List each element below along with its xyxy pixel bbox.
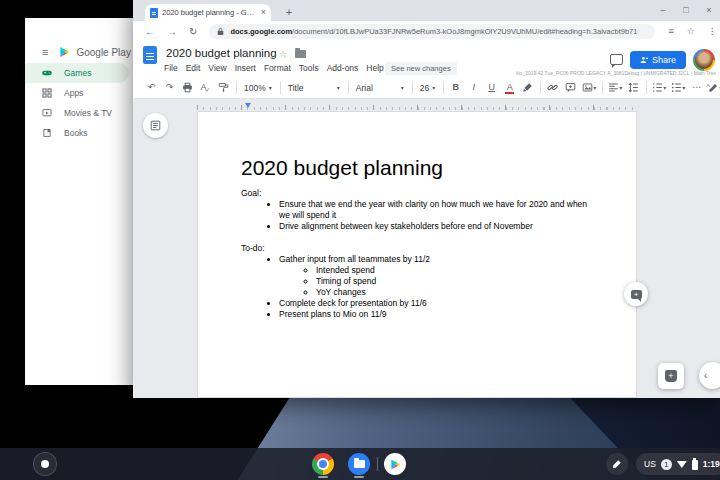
- side-panel-toggle[interactable]: ‹: [699, 362, 720, 389]
- menu-view[interactable]: View: [208, 63, 226, 73]
- document-page[interactable]: 2020 budget planning Goal: Ensure that w…: [197, 111, 637, 398]
- undo-icon[interactable]: ↶: [145, 80, 158, 96]
- folder-icon: [354, 460, 365, 468]
- google-play-window[interactable]: ≡ Google Play Games: [25, 18, 133, 385]
- add-comment-icon[interactable]: [564, 80, 577, 96]
- ruler[interactable]: [197, 103, 637, 110]
- document-title[interactable]: 2020 budget planning: [166, 47, 277, 59]
- share-button[interactable]: Share: [630, 51, 686, 69]
- menu-addons[interactable]: Add-ons: [327, 63, 359, 73]
- browser-menu-kebab-icon[interactable]: ⋮: [708, 27, 717, 36]
- star-document-icon[interactable]: ☆: [279, 49, 287, 59]
- comment-plus-icon: [631, 290, 642, 299]
- stylus-tools-button[interactable]: [606, 453, 628, 475]
- status-tray[interactable]: US 1 1:19: [636, 453, 720, 475]
- insert-link-icon[interactable]: [546, 80, 559, 96]
- menu-edit[interactable]: Edit: [186, 63, 201, 73]
- menu-file[interactable]: File: [164, 63, 178, 73]
- italic-icon[interactable]: I: [467, 80, 480, 96]
- maximize-button[interactable]: □: [681, 6, 691, 15]
- see-new-changes-button[interactable]: See new changes: [385, 62, 457, 75]
- paragraph-style-select[interactable]: Title▾: [286, 80, 342, 96]
- align-icon[interactable]: ▾: [608, 80, 622, 96]
- forward-icon[interactable]: →: [167, 27, 177, 37]
- stylus-pen-icon: [612, 459, 622, 469]
- docs-menubar: File Edit View Insert Format Tools Add-o…: [164, 63, 384, 73]
- google-play-header: ≡ Google Play: [25, 42, 133, 62]
- spellcheck-icon[interactable]: A✓: [199, 80, 212, 96]
- tab-close-icon[interactable]: ×: [261, 8, 266, 17]
- close-button[interactable]: ×: [704, 6, 714, 15]
- font-select[interactable]: Arial▾: [354, 80, 406, 96]
- books-icon: [42, 128, 52, 138]
- hamburger-menu-icon[interactable]: ≡: [42, 47, 48, 58]
- paint-format-icon[interactable]: [217, 80, 230, 96]
- redo-icon[interactable]: ↷: [163, 80, 176, 96]
- numbered-list-icon[interactable]: ▾: [652, 80, 666, 96]
- docs-favicon-icon: [150, 8, 158, 18]
- reading-list-icon[interactable]: ≡: [668, 27, 673, 36]
- sidebar-item-games[interactable]: Games: [25, 63, 129, 83]
- minimize-button[interactable]: –: [658, 6, 668, 15]
- text-color-icon[interactable]: A: [503, 80, 516, 96]
- collapse-toolbar-icon[interactable]: ^: [706, 82, 710, 91]
- docs-app-icon[interactable]: [143, 46, 157, 64]
- launcher-button[interactable]: [33, 452, 57, 476]
- zoom-select[interactable]: 100%▾: [242, 80, 274, 96]
- document-outline-button[interactable]: [143, 113, 168, 138]
- editing-mode-icon[interactable]: ▾: [708, 80, 720, 96]
- todo-sub-bullet[interactable]: YoY changes: [316, 287, 590, 298]
- move-folder-icon[interactable]: [295, 50, 306, 58]
- more-options-icon[interactable]: ⋯: [690, 80, 703, 96]
- doc-heading[interactable]: 2020 budget planning: [241, 154, 590, 182]
- url-host: docs.google.com: [230, 27, 292, 36]
- explore-button[interactable]: [658, 363, 684, 389]
- play-store-shelf-icon[interactable]: [384, 453, 406, 475]
- todo-label[interactable]: To-do:: [241, 243, 590, 254]
- google-play-logo-icon: [59, 46, 70, 58]
- menu-format[interactable]: Format: [264, 63, 291, 73]
- menu-help[interactable]: Help: [366, 63, 383, 73]
- print-icon[interactable]: [181, 80, 194, 96]
- account-avatar[interactable]: [693, 49, 715, 71]
- files-shelf-icon[interactable]: [348, 453, 370, 475]
- chevron-down-icon: ▾: [432, 84, 435, 91]
- browser-tab[interactable]: 2020 budget planning - Google D ×: [145, 4, 271, 21]
- bookmark-star-icon[interactable]: ☆: [687, 27, 695, 36]
- indent-marker-icon[interactable]: [245, 103, 252, 110]
- chevron-down-icon: ▾: [593, 85, 596, 91]
- tab-title: 2020 budget planning - Google D: [162, 8, 257, 17]
- goal-bullet[interactable]: Drive alignment between key stakeholders…: [279, 221, 590, 232]
- todo-bullet[interactable]: Gather input from all teammates by 11/2 …: [279, 254, 590, 298]
- sidebar-item-movies-tv[interactable]: Movies & TV: [25, 103, 133, 123]
- goal-label[interactable]: Goal:: [241, 188, 590, 199]
- bold-icon[interactable]: B: [449, 80, 462, 96]
- docs-toolbar: ↶ ↷ A✓ 100%▾ Title▾: [133, 77, 720, 99]
- font-size-select[interactable]: 26▾: [418, 80, 437, 96]
- insert-image-icon[interactable]: ▾: [582, 80, 596, 96]
- highlight-icon[interactable]: [521, 80, 534, 96]
- sidebar-item-books[interactable]: Books: [25, 123, 133, 143]
- running-indicator: [354, 476, 364, 478]
- address-bar[interactable]: docs.google.com/document/d/10fLBJwPUa33F…: [209, 24, 655, 39]
- chevron-down-icon: ▾: [682, 85, 685, 91]
- goal-bullet[interactable]: Ensure that we end the year with clarity…: [279, 199, 590, 221]
- line-spacing-icon[interactable]: [627, 80, 640, 96]
- chrome-shelf-icon[interactable]: [312, 453, 334, 475]
- open-comments-icon[interactable]: [610, 54, 623, 65]
- underline-icon[interactable]: U: [485, 80, 498, 96]
- bulleted-list-icon[interactable]: ▾: [671, 80, 685, 96]
- back-icon[interactable]: ←: [145, 27, 155, 37]
- todo-bullet[interactable]: Complete deck for presentation by 11/6: [279, 298, 590, 309]
- shelf-separator: [377, 457, 378, 471]
- build-info-text: kix_2019.42 Tue_RC06 PROD LEGACY A_3081D…: [496, 70, 716, 76]
- new-tab-button[interactable]: +: [281, 4, 297, 20]
- todo-bullet[interactable]: Present plans to Mio on 11/9: [279, 309, 590, 320]
- menu-insert[interactable]: Insert: [235, 63, 256, 73]
- todo-sub-bullet[interactable]: Intended spend: [316, 265, 590, 276]
- sidebar-item-apps[interactable]: Apps: [25, 83, 133, 103]
- menu-tools[interactable]: Tools: [299, 63, 319, 73]
- todo-sub-bullet[interactable]: Timing of spend: [316, 276, 590, 287]
- add-comment-fab[interactable]: [624, 282, 648, 306]
- reload-icon[interactable]: ↻: [189, 27, 197, 37]
